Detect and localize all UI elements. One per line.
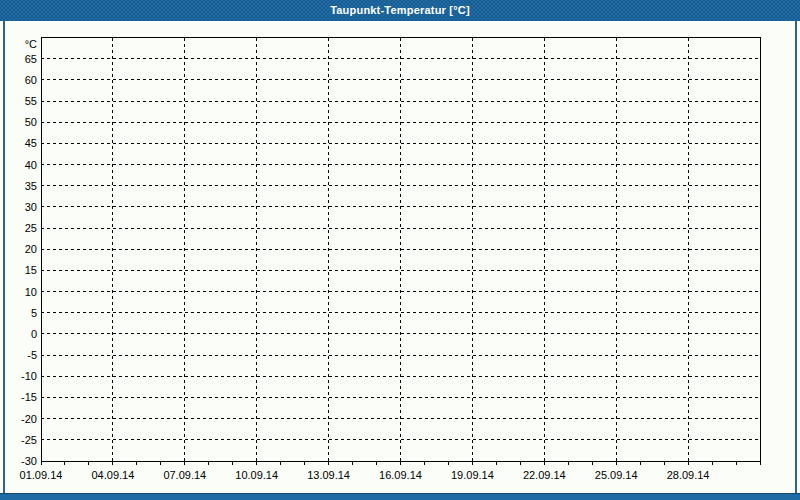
y-tick-label: -10	[21, 370, 37, 382]
chart-area: °C65605550454035302520151050-5-10-15-20-…	[0, 21, 800, 493]
y-tick-label: 15	[25, 264, 37, 276]
x-tick-label: 10.09.14	[235, 469, 278, 481]
x-tick-label: 16.09.14	[379, 469, 422, 481]
x-tick-labels: 01.09.1404.09.1407.09.1410.09.1413.09.14…	[20, 469, 710, 481]
x-tick-label: 19.09.14	[451, 469, 494, 481]
y-tick-label: 20	[25, 243, 37, 255]
window-title-bar[interactable]: Taupunkt-Temperatur [°C]	[0, 0, 800, 21]
y-tick-label: 25	[25, 222, 37, 234]
x-tick-label: 22.09.14	[523, 469, 566, 481]
chart-canvas: °C65605550454035302520151050-5-10-15-20-…	[0, 21, 800, 493]
y-tick-label: -5	[27, 349, 37, 361]
x-tick-label: 13.09.14	[307, 469, 350, 481]
y-axis-unit: °C	[25, 38, 37, 50]
x-tick-label: 28.09.14	[667, 469, 710, 481]
x-axis-ticks	[41, 461, 760, 465]
plot: °C65605550454035302520151050-5-10-15-20-…	[20, 38, 760, 482]
x-tick-label: 07.09.14	[163, 469, 206, 481]
y-tick-label: -15	[21, 391, 37, 403]
y-tick-label: 50	[25, 116, 37, 128]
y-tick-label: 45	[25, 137, 37, 149]
y-tick-label: 55	[25, 95, 37, 107]
window-title: Taupunkt-Temperatur [°C]	[330, 4, 470, 16]
y-tick-label: 65	[25, 53, 37, 65]
y-tick-label: 0	[31, 328, 37, 340]
window-border-right	[795, 21, 797, 494]
gridlines	[41, 38, 760, 462]
x-tick-label: 01.09.14	[20, 469, 63, 481]
y-tick-label: 10	[25, 286, 37, 298]
y-tick-label: 30	[25, 201, 37, 213]
y-tick-label: -25	[21, 434, 37, 446]
y-tick-label: 60	[25, 74, 37, 86]
window-border-left	[3, 21, 5, 494]
y-tick-labels: 65605550454035302520151050-5-10-15-20-25…	[21, 53, 37, 467]
y-tick-label: -30	[21, 455, 37, 467]
y-tick-label: 5	[31, 307, 37, 319]
y-tick-label: 35	[25, 180, 37, 192]
chart-window: Taupunkt-Temperatur [°C] °C6560555045403…	[0, 0, 800, 500]
y-tick-label: 40	[25, 159, 37, 171]
x-tick-label: 04.09.14	[91, 469, 134, 481]
x-tick-label: 25.09.14	[595, 469, 638, 481]
y-tick-label: -20	[21, 413, 37, 425]
window-border-bottom	[0, 493, 800, 500]
